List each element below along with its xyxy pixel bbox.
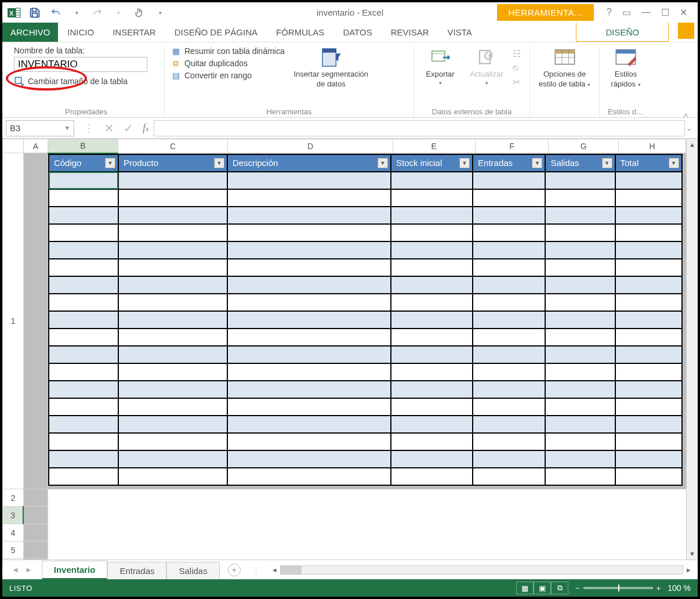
table-cell[interactable] xyxy=(118,468,227,485)
table-cell[interactable] xyxy=(391,276,473,294)
table-cell[interactable] xyxy=(473,468,545,485)
table-row[interactable] xyxy=(49,433,682,450)
table-row[interactable] xyxy=(49,189,682,207)
zoom-value[interactable]: 100 % xyxy=(668,583,691,593)
table-header-5[interactable]: Salidas▼ xyxy=(545,154,615,172)
col-header-A[interactable]: A xyxy=(23,139,48,153)
maximize-icon[interactable]: ☐ xyxy=(661,7,669,18)
table-cell[interactable] xyxy=(227,363,391,381)
insert-slicer-button[interactable]: Insertar segmentación de datos xyxy=(291,46,372,89)
table-cell[interactable] xyxy=(49,259,118,276)
table-row[interactable] xyxy=(49,259,682,276)
export-button[interactable]: Exportar ▾ xyxy=(420,46,460,86)
sheet-nav-prev-icon[interactable]: ◄ xyxy=(12,565,19,574)
table-row[interactable] xyxy=(49,381,682,398)
col-header-G[interactable]: G xyxy=(549,139,619,153)
expand-formula-bar-icon[interactable]: ⌄ xyxy=(686,124,692,132)
scroll-up-icon[interactable]: ▲ xyxy=(689,141,695,148)
table-cell[interactable] xyxy=(227,224,391,241)
table-cell[interactable] xyxy=(473,207,545,224)
table-cell[interactable] xyxy=(473,433,545,450)
scroll-left-icon[interactable]: ◄ xyxy=(271,566,278,573)
table-cell[interactable] xyxy=(227,433,391,450)
table-cell[interactable] xyxy=(545,468,615,485)
table-cell[interactable] xyxy=(391,416,473,433)
table-cell[interactable] xyxy=(615,207,682,224)
table-cell[interactable] xyxy=(615,172,682,189)
table-cell[interactable] xyxy=(545,398,615,416)
export-dropdown-icon[interactable]: ▾ xyxy=(439,80,442,86)
row-header-3[interactable]: 3 xyxy=(3,507,24,524)
table-cell[interactable] xyxy=(118,329,227,346)
table-cell[interactable] xyxy=(545,450,615,468)
table-row[interactable] xyxy=(49,416,682,433)
table-cell[interactable] xyxy=(227,259,391,276)
table-cell[interactable] xyxy=(391,172,473,189)
touch-mode-icon[interactable] xyxy=(131,5,147,21)
table-cell[interactable] xyxy=(391,224,473,241)
col-header-F[interactable]: F xyxy=(475,139,548,153)
close-icon[interactable]: ✕ xyxy=(680,7,687,18)
table-cell[interactable] xyxy=(545,416,615,433)
name-box-dropdown-icon[interactable]: ▼ xyxy=(64,125,70,131)
table-cell[interactable] xyxy=(227,207,391,224)
table-cell[interactable] xyxy=(227,172,391,189)
scroll-down-icon[interactable]: ▼ xyxy=(689,550,695,557)
redo-icon[interactable] xyxy=(89,5,106,21)
table-cell[interactable] xyxy=(473,294,545,311)
table-cell[interactable] xyxy=(615,294,682,311)
table-cell[interactable] xyxy=(118,381,227,398)
table-cell[interactable] xyxy=(545,241,615,259)
table-header-4[interactable]: Entradas▼ xyxy=(473,154,545,172)
sheet-tab-entradas[interactable]: Entradas xyxy=(107,562,166,579)
tab-datos[interactable]: DATOS xyxy=(333,23,381,42)
redo-dropdown-icon[interactable]: ▾ xyxy=(110,5,126,21)
table-row[interactable] xyxy=(49,241,682,259)
account-color-box[interactable] xyxy=(678,23,694,39)
table-cell[interactable] xyxy=(545,311,615,329)
table-cell[interactable] xyxy=(49,381,118,398)
table-row[interactable] xyxy=(49,172,682,189)
undo-icon[interactable] xyxy=(48,5,64,21)
table-cell[interactable] xyxy=(615,259,682,276)
table-cell[interactable] xyxy=(49,189,118,207)
zoom-slider[interactable]: − + xyxy=(575,584,661,593)
row-header-5[interactable]: 5 xyxy=(3,542,24,559)
table-cell[interactable] xyxy=(227,189,391,207)
col-header-B[interactable]: B xyxy=(48,139,118,153)
scroll-right-icon[interactable]: ► xyxy=(686,566,692,573)
table-cell[interactable] xyxy=(118,207,227,224)
table-cell[interactable] xyxy=(227,329,391,346)
table-cell[interactable] xyxy=(615,381,682,398)
table-cell[interactable] xyxy=(615,433,682,450)
table-cell[interactable] xyxy=(118,294,227,311)
table-cell[interactable] xyxy=(473,172,545,189)
table-cell[interactable] xyxy=(545,329,615,346)
zoom-in-icon[interactable]: + xyxy=(657,584,661,593)
table-cell[interactable] xyxy=(391,468,473,485)
view-normal-icon[interactable]: ▦ xyxy=(516,582,534,594)
zoom-out-icon[interactable]: − xyxy=(575,584,580,593)
table-cell[interactable] xyxy=(615,450,682,468)
tab-formulas[interactable]: FÓRMULAS xyxy=(267,23,333,42)
table-cell[interactable] xyxy=(118,363,227,381)
select-all-cell[interactable] xyxy=(3,139,24,153)
row-header-2[interactable]: 2 xyxy=(3,489,24,507)
table-cell[interactable] xyxy=(49,433,118,450)
filter-dropdown-icon[interactable]: ▼ xyxy=(105,158,115,168)
table-cell[interactable] xyxy=(545,294,615,311)
table-cell[interactable] xyxy=(473,398,545,416)
table-cell[interactable] xyxy=(49,172,118,189)
table-cell[interactable] xyxy=(118,433,227,450)
row-header-6[interactable]: 6 xyxy=(3,559,24,560)
table-cell[interactable] xyxy=(49,276,118,294)
table-cell[interactable] xyxy=(473,276,545,294)
table-cell[interactable] xyxy=(227,381,391,398)
tab-revisar[interactable]: REVISAR xyxy=(382,23,438,42)
table-cell[interactable] xyxy=(227,276,391,294)
vertical-scrollbar[interactable]: ▲ ▼ xyxy=(686,139,698,560)
table-cell[interactable] xyxy=(473,189,545,207)
table-cell[interactable] xyxy=(391,433,473,450)
table-cell[interactable] xyxy=(615,241,682,259)
fx-icon[interactable]: fx xyxy=(138,122,154,134)
